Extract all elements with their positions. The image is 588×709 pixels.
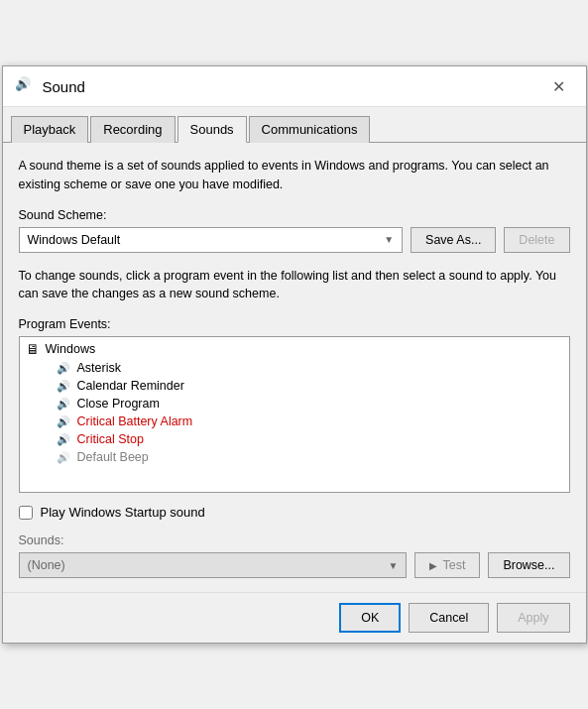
tab-communications[interactable]: Communications [249, 116, 371, 143]
tab-recording[interactable]: Recording [90, 116, 175, 143]
apply-button[interactable]: Apply [497, 603, 569, 633]
title-bar-left: 🔊 Sound [15, 76, 85, 96]
title-bar: 🔊 Sound ✕ [3, 66, 586, 107]
event-label-calendar: Calendar Reminder [77, 379, 184, 393]
sound-icon-beep: 🔊 [56, 450, 71, 464]
sounds-row: (None) ▼ ▶ Test Browse... [19, 552, 570, 578]
tab-content: A sound theme is a set of sounds applied… [3, 143, 586, 592]
events-list[interactable]: 🖥 Windows 🔊 Asterisk 🔊 Calendar Reminder… [20, 337, 569, 492]
sounds-section-label: Sounds: [19, 533, 570, 547]
startup-sound-label[interactable]: Play Windows Startup sound [41, 505, 205, 520]
test-label: Test [442, 558, 465, 572]
sounds-value-dropdown[interactable]: (None) ▼ [19, 552, 408, 578]
tab-playback[interactable]: Playback [11, 116, 89, 143]
group-label-windows: Windows [46, 342, 96, 356]
close-button[interactable]: ✕ [544, 74, 574, 98]
startup-sound-checkbox[interactable] [19, 506, 33, 520]
scheme-value: Windows Default [28, 233, 121, 247]
sounds-dropdown-arrow: ▼ [389, 560, 399, 571]
event-label-battery: Critical Battery Alarm [77, 414, 193, 428]
program-events-box: 🖥 Windows 🔊 Asterisk 🔊 Calendar Reminder… [19, 336, 570, 493]
program-events-label: Program Events: [19, 317, 570, 331]
sound-scheme-dropdown[interactable]: Windows Default ▼ [19, 227, 404, 253]
startup-sound-row: Play Windows Startup sound [19, 505, 570, 520]
event-label-asterisk: Asterisk [77, 361, 121, 375]
event-item-critical-stop[interactable]: 🔊 Critical Stop [20, 430, 569, 448]
info-text: To change sounds, click a program event … [19, 267, 570, 304]
event-label-stop: Critical Stop [77, 432, 144, 446]
sound-scheme-label: Sound Scheme: [19, 208, 570, 222]
event-item-critical-battery[interactable]: 🔊 Critical Battery Alarm [20, 413, 569, 430]
event-item-default-beep[interactable]: 🔊 Default Beep [20, 448, 569, 466]
scheme-row: Windows Default ▼ Save As... Delete [19, 227, 570, 253]
scheme-dropdown-arrow: ▼ [384, 234, 394, 245]
dialog-title: Sound [43, 78, 85, 95]
tab-sounds[interactable]: Sounds [177, 116, 247, 143]
event-group-windows[interactable]: 🖥 Windows [20, 339, 569, 359]
sound-icon-asterisk: 🔊 [56, 361, 71, 375]
save-as-button[interactable]: Save As... [411, 227, 496, 253]
description-text: A sound theme is a set of sounds applied… [19, 157, 570, 194]
event-item-asterisk[interactable]: 🔊 Asterisk [20, 359, 569, 377]
ok-button[interactable]: OK [339, 603, 401, 633]
delete-button[interactable]: Delete [504, 227, 569, 253]
dialog-footer: OK Cancel Apply [3, 592, 586, 643]
sound-icon-calendar: 🔊 [56, 379, 71, 393]
play-icon: ▶ [429, 560, 437, 571]
event-item-calendar-reminder[interactable]: 🔊 Calendar Reminder [20, 377, 569, 395]
event-item-close-program[interactable]: 🔊 Close Program [20, 395, 569, 413]
folder-icon: 🖥 [26, 341, 40, 357]
sound-dialog: 🔊 Sound ✕ Playback Recording Sounds Comm… [2, 65, 587, 644]
cancel-button[interactable]: Cancel [409, 603, 489, 633]
sound-icon-battery: 🔊 [56, 414, 71, 428]
tab-bar: Playback Recording Sounds Communications [3, 107, 586, 143]
browse-button[interactable]: Browse... [488, 552, 569, 578]
sound-icon-stop: 🔊 [56, 432, 71, 446]
event-label-close: Close Program [77, 397, 160, 411]
event-label-beep: Default Beep [77, 450, 149, 464]
test-button[interactable]: ▶ Test [414, 552, 480, 578]
sounds-current-value: (None) [28, 558, 65, 572]
dialog-icon: 🔊 [15, 76, 35, 96]
sound-icon-close: 🔊 [56, 397, 71, 411]
